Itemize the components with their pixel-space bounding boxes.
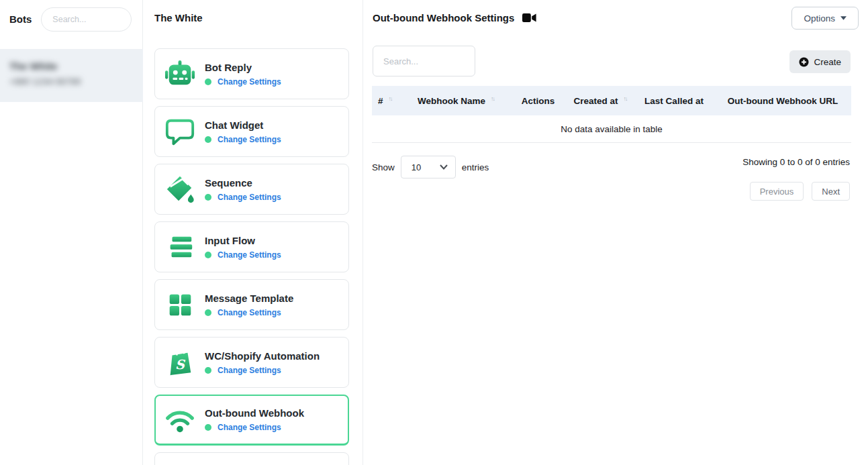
status-dot	[205, 424, 211, 431]
shopify-bag-icon	[164, 347, 195, 378]
column-header-created-at[interactable]: Created at↑↓	[567, 96, 634, 106]
feature-card-out-bound-webhook[interactable]: Out-bound Webhook Change Settings	[154, 395, 349, 446]
feature-card-partial[interactable]	[154, 452, 349, 465]
entries-summary: Showing 0 to 0 of 0 entries	[742, 157, 850, 167]
previous-button[interactable]: Previous	[750, 182, 804, 201]
grid-icon	[164, 289, 195, 320]
next-button[interactable]: Next	[812, 182, 850, 201]
column-label: #	[378, 96, 383, 106]
bars-icon	[164, 231, 195, 262]
change-settings-link[interactable]: Change Settings	[218, 193, 281, 202]
column-header-out-bound-webhook-url: Out-bound Webhook URL	[714, 96, 851, 106]
change-settings-link[interactable]: Change Settings	[218, 366, 281, 375]
caret-down-icon	[840, 16, 847, 20]
feature-card-title: Out-bound Webhook	[205, 407, 304, 419]
page-size-value: 10	[412, 162, 421, 172]
column-header-last-called-at: Last Called at	[634, 96, 714, 106]
feature-card-chat-widget[interactable]: Chat Widget Change Settings	[154, 106, 349, 157]
create-button-label: Create	[814, 57, 841, 67]
create-button[interactable]: Create	[789, 50, 851, 73]
page-size-control: Show 10 entries	[372, 156, 489, 178]
status-dot	[205, 79, 211, 85]
table-empty-message: No data available in table	[372, 115, 851, 143]
sort-arrows-icon[interactable]: ↑↓	[624, 95, 627, 102]
feature-card-title: Chat Widget	[205, 119, 281, 131]
status-dot	[205, 194, 211, 201]
bot-panel-title: The White	[154, 12, 203, 23]
feature-card-title: WC/Shopify Automation	[205, 350, 320, 362]
feature-card-title: Bot Reply	[205, 62, 281, 73]
feature-card-message-template[interactable]: Message Template Change Settings	[154, 279, 349, 330]
status-dot	[205, 252, 211, 258]
options-button-label: Options	[804, 13, 835, 23]
main-content: Out-bound Webhook Settings Options Creat…	[364, 0, 868, 465]
change-settings-link[interactable]: Change Settings	[218, 77, 281, 87]
bots-title: Bots	[9, 13, 32, 25]
change-settings-link[interactable]: Change Settings	[218, 135, 281, 144]
column-label: Last Called at	[644, 96, 704, 106]
robot-icon	[164, 58, 195, 89]
options-button[interactable]: Options	[791, 7, 859, 30]
column-header-webhook-name[interactable]: Webhook Name↑↓	[402, 96, 510, 106]
bot-name-redacted: The White	[9, 60, 134, 72]
sort-arrows-icon[interactable]: ↑↓	[389, 95, 392, 102]
column-label: Out-bound Webhook URL	[728, 96, 838, 106]
bots-search-input[interactable]	[41, 7, 132, 32]
bot-phone-redacted: +880 1234-56789	[9, 76, 134, 87]
bot-list-item-selected[interactable]: The White +880 1234-56789	[0, 49, 143, 102]
page-title: Out-bound Webhook Settings	[373, 12, 514, 23]
bot-features-panel: The White Bot Reply Change Settings Chat…	[144, 0, 363, 465]
status-dot	[205, 136, 211, 143]
chevron-down-icon	[440, 164, 448, 170]
entries-label: entries	[462, 162, 489, 172]
status-dot	[205, 309, 211, 316]
main-header: Out-bound Webhook Settings	[373, 12, 537, 23]
bots-sidebar: Bots The White +880 1234-56789	[0, 0, 143, 465]
status-dot	[205, 367, 211, 374]
column-label: Webhook Name	[418, 96, 485, 106]
column-label: Actions	[522, 96, 555, 106]
webhook-table-header: #↑↓Webhook Name↑↓ActionsCreated at↑↓Last…	[372, 86, 851, 115]
page-size-select[interactable]: 10	[401, 156, 456, 178]
column-label: Created at	[573, 96, 618, 106]
change-settings-link[interactable]: Change Settings	[218, 423, 281, 432]
webhook-search-input[interactable]	[373, 46, 475, 76]
pagination-controls: Previous Next	[750, 182, 850, 201]
feature-card-bot-reply[interactable]: Bot Reply Change Settings	[154, 48, 349, 99]
sort-arrows-icon[interactable]: ↑↓	[491, 95, 494, 102]
change-settings-link[interactable]: Change Settings	[218, 308, 281, 317]
show-label: Show	[372, 162, 395, 172]
wifi-icon	[164, 405, 195, 435]
bots-sidebar-header: Bots	[0, 0, 142, 38]
feature-card-sequence[interactable]: Sequence Change Settings	[154, 164, 349, 215]
feature-card-title: Sequence	[205, 177, 281, 189]
feature-card-wc-shopify-automation[interactable]: WC/Shopify Automation Change Settings	[154, 337, 349, 388]
column-header-actions: Actions	[510, 96, 567, 106]
chat-bubble-icon	[164, 116, 195, 147]
feature-card-title: Message Template	[205, 293, 293, 304]
feature-card-input-flow[interactable]: Input Flow Change Settings	[154, 221, 349, 272]
paint-bucket-icon	[164, 174, 195, 205]
column-header--[interactable]: #↑↓	[372, 96, 402, 106]
plus-circle-icon	[799, 57, 809, 67]
video-camera-icon[interactable]	[522, 13, 537, 23]
feature-card-title: Input Flow	[205, 235, 281, 246]
feature-card-list: Bot Reply Change Settings Chat Widget Ch…	[154, 48, 349, 465]
change-settings-link[interactable]: Change Settings	[218, 250, 281, 260]
